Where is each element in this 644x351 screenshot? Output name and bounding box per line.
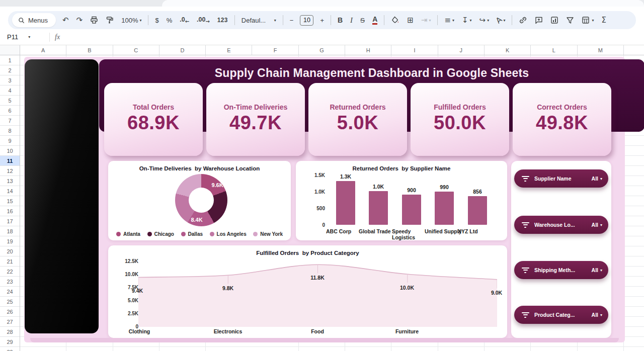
donut-chart-card[interactable]: On-Time Deliveries by Warehouse Location…: [108, 161, 291, 240]
column-header-J[interactable]: J: [438, 45, 485, 55]
insert-link-button[interactable]: [518, 14, 528, 27]
row-header-14[interactable]: 14: [0, 186, 20, 196]
merge-cells-button[interactable]: ⇥▾: [420, 14, 432, 27]
link-icon: [519, 16, 527, 24]
row-header-4[interactable]: 4: [0, 85, 20, 96]
row-header-8[interactable]: 8: [0, 126, 20, 136]
paint-format-button[interactable]: [105, 14, 115, 27]
kpi-card-returned-orders[interactable]: Returned Orders 5.0K: [308, 83, 407, 156]
select-all-corner[interactable]: [0, 45, 20, 55]
row-header-28[interactable]: 28: [0, 327, 20, 337]
row-header-11[interactable]: 11: [0, 156, 20, 166]
row-header-13[interactable]: 13: [0, 176, 20, 186]
column-header-B[interactable]: B: [66, 45, 113, 55]
name-box[interactable]: P11 ▾: [0, 33, 48, 41]
column-header-E[interactable]: E: [206, 45, 252, 55]
row-header-21[interactable]: 21: [0, 256, 20, 267]
row-header-30[interactable]: 30: [0, 347, 20, 351]
row-header-16[interactable]: 16: [0, 206, 20, 216]
row-header-2[interactable]: 2: [0, 65, 20, 75]
column-header-K[interactable]: K: [485, 45, 531, 55]
kpi-card-fulfilled-orders[interactable]: Fulfilled Orders 50.0K: [411, 83, 509, 156]
filter-supplier-name[interactable]: Supplier Name All▾: [514, 169, 608, 188]
column-header-A[interactable]: A: [20, 45, 66, 55]
row-header-26[interactable]: 26: [0, 307, 20, 317]
row-header-12[interactable]: 12: [0, 166, 20, 176]
format-percent-button[interactable]: %: [166, 14, 174, 27]
text-color-button[interactable]: A: [371, 14, 378, 27]
area-chart-title: Fulfilled Orders by Product Category: [108, 245, 507, 256]
number-format-button[interactable]: 123: [216, 14, 229, 27]
row-header-15[interactable]: 15: [0, 196, 20, 206]
row-headers: 1234567891011121314151617181920212223242…: [0, 55, 20, 351]
print-button[interactable]: [89, 14, 99, 27]
column-header-F[interactable]: F: [252, 45, 298, 55]
zoom-select[interactable]: 100%▾: [120, 14, 142, 27]
create-filter-button[interactable]: [565, 14, 575, 27]
text-wrap-button[interactable]: ↪▾: [478, 14, 491, 27]
decrease-decimal-button[interactable]: .0←: [179, 14, 190, 27]
italic-button[interactable]: I: [349, 14, 354, 27]
text-rotation-button[interactable]: A▾: [496, 14, 506, 27]
row-header-23[interactable]: 23: [0, 277, 20, 287]
row-header-19[interactable]: 19: [0, 236, 20, 246]
row-header-17[interactable]: 17: [0, 216, 20, 226]
bold-button[interactable]: B: [337, 14, 344, 27]
bar-chart-card[interactable]: Returned Orders by Supplier Name 1.5K 1.…: [296, 161, 507, 240]
borders-button[interactable]: ⊞: [406, 14, 415, 27]
fill-color-button[interactable]: [390, 14, 400, 27]
row-header-27[interactable]: 27: [0, 317, 20, 327]
table-tools-button[interactable]: ▾: [581, 14, 595, 27]
browser-tab-edge: [162, 0, 644, 7]
increase-font-size-button[interactable]: +: [319, 14, 325, 27]
filter-warehouse-location[interactable]: Warehouse Lo... All▾: [514, 216, 608, 234]
row-header-29[interactable]: 29: [0, 337, 20, 347]
row-header-3[interactable]: 3: [0, 75, 20, 85]
area-chart-card[interactable]: Fulfilled Orders by Product Category 12.…: [108, 245, 507, 338]
font-size-input[interactable]: 10: [300, 15, 313, 26]
filter-product-category[interactable]: Product Categ... All▾: [514, 306, 608, 324]
dashboard-canvas[interactable]: Supply Chain Management Dashboard in Goo…: [24, 57, 625, 342]
column-header-M[interactable]: M: [578, 45, 624, 55]
row-header-5[interactable]: 5: [0, 96, 20, 106]
strikethrough-button[interactable]: S: [359, 14, 366, 27]
row-header-10[interactable]: 10: [0, 146, 20, 156]
y-axis-tick: 10.0K: [115, 272, 138, 277]
insert-comment-button[interactable]: [534, 14, 544, 27]
horizontal-align-button[interactable]: ≡▾: [443, 14, 455, 27]
chevron-down-icon: ▾: [139, 18, 141, 23]
donut-chart-title: On-Time Deliveries by Warehouse Location: [108, 161, 291, 171]
increase-decimal-button[interactable]: .00→: [196, 14, 211, 27]
kpi-card-correct-orders[interactable]: Correct Orders 49.8K: [513, 83, 611, 156]
decrease-font-size-button[interactable]: −: [289, 14, 295, 27]
row-header-25[interactable]: 25: [0, 297, 20, 307]
row-header-22[interactable]: 22: [0, 267, 20, 277]
data-point-label: 10.0K: [400, 285, 414, 291]
row-header-18[interactable]: 18: [0, 226, 20, 236]
format-currency-button[interactable]: $: [154, 14, 159, 27]
row-header-1[interactable]: 1: [0, 55, 20, 65]
vertical-align-button[interactable]: ↧▾: [461, 14, 473, 27]
column-header-I[interactable]: I: [391, 45, 438, 55]
column-header-G[interactable]: G: [299, 45, 345, 55]
row-header-9[interactable]: 9: [0, 136, 20, 146]
insert-chart-button[interactable]: [549, 14, 559, 27]
filter-shipping-method[interactable]: Shipping Meth... All▾: [514, 261, 608, 279]
row-header-7[interactable]: 7: [0, 116, 20, 126]
column-header-D[interactable]: D: [159, 45, 206, 55]
row-header-24[interactable]: 24: [0, 287, 20, 297]
row-header-20[interactable]: 20: [0, 246, 20, 256]
functions-button[interactable]: Σ: [601, 14, 607, 27]
column-header-H[interactable]: H: [345, 45, 391, 55]
row-header-6[interactable]: 6: [0, 106, 20, 116]
kpi-card-total-orders[interactable]: Total Orders 68.9K: [104, 83, 203, 156]
column-header-C[interactable]: C: [113, 45, 159, 55]
redo-button[interactable]: ↷: [75, 14, 84, 27]
sigma-icon: Σ: [602, 17, 606, 24]
undo-button[interactable]: ↶: [61, 14, 70, 27]
menus-button[interactable]: Menus: [12, 13, 56, 27]
font-select[interactable]: Defaul...▾: [240, 14, 277, 27]
kpi-card-on-time-deliveries[interactable]: On-Time Deliveries 49.7K: [206, 83, 305, 156]
column-header-partial[interactable]: [624, 45, 644, 55]
column-header-L[interactable]: L: [531, 45, 577, 55]
